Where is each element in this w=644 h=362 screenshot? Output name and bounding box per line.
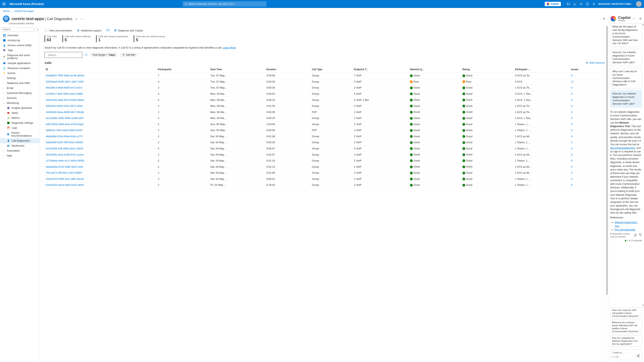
- call-id-link[interactable]: 5063dea8-5099-48e7-a6b7-0d44: [46, 80, 84, 83]
- issues-link[interactable]: 0: [571, 171, 572, 174]
- sidebar-item-email[interactable]: ›Email: [0, 86, 40, 90]
- table-row[interactable]: a32c4b38-a3ff-4886-a8a1-2b63c3Sat, 04 Ma…: [44, 146, 605, 152]
- sidebar-item-advisor[interactable]: Advisor recommendations: [0, 130, 40, 138]
- breadcrumb-current[interactable]: corertc-test-apps: [14, 10, 34, 12]
- issues-link[interactable]: 0: [571, 110, 572, 114]
- copilot-scroll-down-icon[interactable]: [642, 304, 644, 306]
- call-id-link[interactable]: 01ee442b-ae2e-4ee0-bd10-ab00: [46, 184, 84, 186]
- table-row[interactable]: b5e96007-5f05-45d0-ac36-a63ae7Tue, 07 Ma…: [44, 72, 605, 79]
- table-row[interactable]: 98d28bc3-9bbf-4b60-be72-bf142Tue, 07 May…: [44, 85, 605, 91]
- issues-link[interactable]: 0: [571, 141, 572, 144]
- call-id-link[interactable]: 2eb3fdc8-5eaa-4806-b9c7-05c8e: [46, 110, 84, 114]
- issues-link[interactable]: 0: [571, 135, 572, 138]
- copilot-suggestion[interactable]: Why can't I see any of my Azure Communic…: [610, 68, 642, 88]
- call-id-link[interactable]: 0e5e3991-fa3a-4c80-87e1-acec4: [46, 153, 84, 156]
- sidebar-item-overview[interactable]: Overview: [0, 33, 40, 38]
- content-scrollbar[interactable]: [606, 26, 608, 362]
- table-row[interactable]: e24363c7-fbbf-4693-aac6-3d6f94Mon, 06 Ma…: [44, 91, 605, 97]
- call-id-link[interactable]: ebffbc8c-34f4-4ae8-8dd8-01d41: [46, 129, 83, 132]
- call-id-link[interactable]: b5e96007-5f05-45d0-ac36-a63ae: [46, 74, 84, 77]
- issues-link[interactable]: 0: [571, 184, 572, 186]
- sidebar-search-input[interactable]: ◇ «: [2, 27, 38, 32]
- table-row[interactable]: 7041a673-dfff-45b1-b61f-048872Sat, 04 Ma…: [44, 170, 605, 176]
- collapse-sidebar-icon[interactable]: «: [37, 28, 38, 31]
- table-row[interactable]: b4116d9e-2995-4640-a1d9-c9522Mon, 06 Ma.…: [44, 115, 605, 121]
- add-filter-button[interactable]: Add filter: [120, 53, 138, 57]
- table-row[interactable]: 5d873529-a409-45ce-87d4-baa02Sun, 05 May…: [44, 121, 605, 127]
- sidebar-item-diagnose[interactable]: Diagnose and solve problems: [0, 53, 40, 61]
- copilot-more-icon[interactable]: ⋯: [632, 17, 635, 20]
- issues-link[interactable]: 0: [571, 123, 572, 126]
- issues-link[interactable]: 0: [571, 92, 572, 95]
- call-id-link[interactable]: 5d873529-a409-45ce-87d4-baa0: [46, 123, 84, 126]
- col-issues[interactable]: Issues: [570, 66, 605, 72]
- global-search-input[interactable]: Search resources, services, and docs (G+…: [183, 2, 266, 6]
- issues-link[interactable]: 0: [571, 74, 572, 77]
- close-blade-icon[interactable]: ✕: [603, 17, 605, 20]
- table-row[interactable]: ebffbc8c-34f4-4ae8-8dd8-01d412Sun, 05 Ma…: [44, 127, 605, 134]
- expand-icon[interactable]: ◇: [33, 28, 35, 31]
- sidebar-item-resvis[interactable]: Resource visualizer: [0, 66, 40, 70]
- copilot-followup-chip[interactable]: How do I integrate the Network Diagnosti…: [610, 335, 642, 347]
- hamburger-menu-icon[interactable]: [2, 2, 6, 6]
- feedback-icon[interactable]: [592, 2, 596, 6]
- diagnose-with-copilot-link[interactable]: Diagnose with Copilot: [114, 29, 143, 32]
- sidebar-item-help[interactable]: ›Help: [0, 153, 40, 158]
- copilot-close-icon[interactable]: ✕: [639, 17, 642, 20]
- reference-link[interactable]: Network Diagnostics Tool: [614, 221, 637, 227]
- col-calltype[interactable]: Call Type: [311, 66, 353, 72]
- sidebar-item-tags[interactable]: Tags: [0, 48, 40, 53]
- issues-link[interactable]: 0: [571, 98, 572, 102]
- call-id-link[interactable]: 7041a673-dfff-45b1-b61f-04887: [46, 171, 82, 174]
- call-id-link[interactable]: 9dde606f-6254-4f6f-8fa3-34f495: [46, 141, 83, 144]
- copilot-followup-chip[interactable]: What are the common issues affecting VoI…: [610, 320, 642, 334]
- col-partp[interactable]: Participant ...: [514, 66, 570, 72]
- help-icon[interactable]: [586, 2, 589, 6]
- keyboard-icon[interactable]: [106, 29, 110, 32]
- sidebar-item-workbooks[interactable]: Workbooks: [0, 143, 40, 148]
- sidebar-item-events[interactable]: Events: [0, 70, 40, 76]
- call-id-link[interactable]: 9d503f1d-d004-42b2-8b71-e0ac: [46, 104, 83, 108]
- sidebar-item-diagset[interactable]: Diagnostic settings: [0, 120, 40, 125]
- table-row[interactable]: 48a8ad0a-8124-4d8b-9d2f-c20d2Sat, 04 May…: [44, 164, 605, 170]
- bot-link[interactable]: aka.ms/acsdiagnostics: [610, 146, 635, 149]
- sidebar-item-alerts[interactable]: Alerts: [0, 110, 40, 115]
- view-documentation-link[interactable]: 📄View documentation: [44, 29, 72, 32]
- settings-icon[interactable]: [579, 2, 583, 6]
- sidebar-item-telephony[interactable]: ›Telephony and SMS: [0, 80, 40, 86]
- sidebar-item-calldiag[interactable]: Call Diagnostics: [0, 138, 40, 143]
- col-start[interactable]: Start Time: [209, 66, 265, 72]
- table-row[interactable]: 2eb3fdc8-5eaa-4806-b9c7-05c8e2Mon, 06 Ma…: [44, 109, 605, 115]
- call-id-link[interactable]: a32c4b38-a3ff-4886-a8a1-2b63c: [46, 147, 83, 150]
- col-endpoint[interactable]: Endpoint T...: [353, 66, 409, 72]
- table-row[interactable]: 9dde606f-6254-4f6f-8fa3-34f4952Sat, 04 M…: [44, 140, 605, 146]
- issues-link[interactable]: 0: [571, 104, 572, 108]
- issues-link[interactable]: 17: [571, 80, 574, 83]
- col-participants[interactable]: Participants: [156, 66, 209, 72]
- table-row[interactable]: 48a5af9d-01bd-45eb-93dc-a7722Sat, 04 May…: [44, 133, 605, 140]
- call-id-link[interactable]: b4116d9e-2995-4640-a1d9-c952: [46, 116, 84, 120]
- call-id-link[interactable]: 15a93225-5008-44cc-a8fc-4aca5: [46, 178, 84, 180]
- table-row[interactable]: 5063dea8-5099-48e7-a6b7-0d443Tue, 07 May…: [44, 78, 605, 85]
- more-menu-icon[interactable]: ⋯: [80, 17, 84, 21]
- breadcrumb-home[interactable]: Home: [3, 10, 10, 12]
- issues-link[interactable]: 0: [571, 153, 572, 156]
- col-netq[interactable]: Network Q...: [409, 66, 461, 72]
- favorite-star-icon[interactable]: ☆: [75, 17, 78, 21]
- issues-link[interactable]: 0: [571, 159, 572, 162]
- learn-more-link[interactable]: Learn More: [222, 46, 236, 49]
- sidebar-item-insights[interactable]: Insights (preview): [0, 106, 40, 110]
- sidebar-item-metrics[interactable]: Metrics: [0, 115, 40, 120]
- sidebar-item-advmsg[interactable]: ›Advanced Messaging: [0, 90, 40, 96]
- table-row[interactable]: c0635440-afad-4570-8284-68adc3Mon, 06 Ma…: [44, 97, 605, 103]
- copilot-followup-chip[interactable]: How can I improve VoIP call quality in A…: [610, 308, 642, 319]
- info-icon[interactable]: ⓘ: [85, 53, 88, 57]
- col-rating[interactable]: Rating: [461, 66, 514, 72]
- table-row[interactable]: 15a93225-5008-44cc-a8fc-4aca52Sat, 04 Ma…: [44, 176, 605, 182]
- calls-search-field[interactable]: [48, 53, 82, 57]
- thumbs-down-icon[interactable]: [639, 233, 642, 237]
- call-id-link[interactable]: 48a5af9d-01bd-45eb-93dc-a772: [46, 135, 83, 138]
- calls-search-input[interactable]: [44, 52, 82, 58]
- sidebar-search-field[interactable]: [2, 28, 33, 31]
- sidebar-item-monitoring[interactable]: ⌄Monitoring: [0, 100, 40, 106]
